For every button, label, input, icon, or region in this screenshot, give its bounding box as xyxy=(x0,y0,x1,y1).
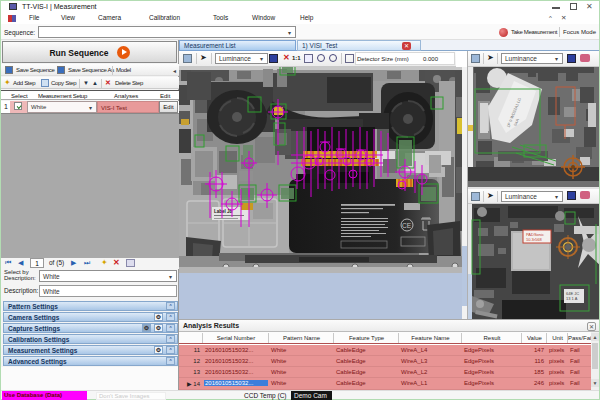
svg-text:CE: CE xyxy=(402,222,412,229)
svg-text:13 1 A: 13 1 A xyxy=(566,296,578,301)
svg-text:10.3r568: 10.3r568 xyxy=(526,237,543,242)
